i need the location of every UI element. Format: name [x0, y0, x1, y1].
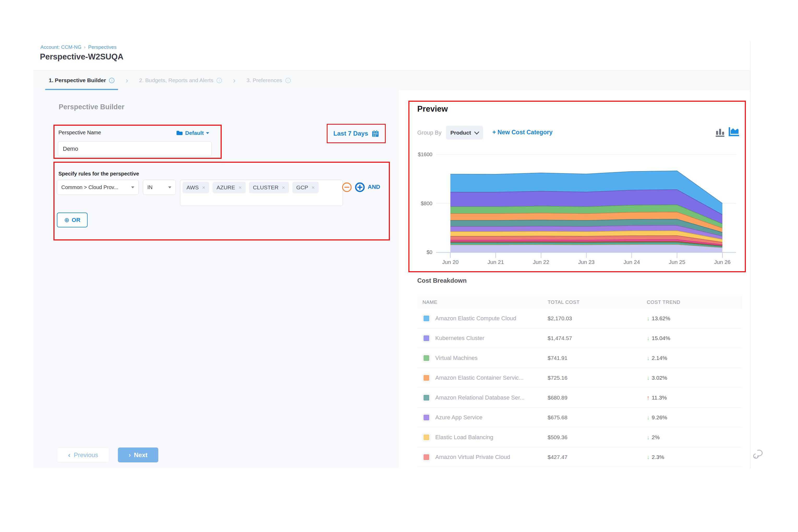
name-cell: Elastic Load Balancing — [422, 433, 548, 441]
table-row[interactable]: Elastic Load Balancing$509.36↓2% — [417, 428, 742, 447]
cost-trend-value: ↑11.3% — [647, 394, 742, 401]
remove-value-icon[interactable]: × — [282, 184, 285, 191]
breadcrumb: Account: CCM-NG › Perspectives — [40, 44, 117, 50]
remove-rule-icon[interactable] — [341, 182, 352, 194]
x-axis-label: Jun 20 — [442, 259, 458, 265]
service-name-link[interactable]: Kubernetes Cluster — [435, 335, 484, 342]
cost-trend-value: ↓2% — [647, 434, 742, 441]
and-operator-label[interactable]: AND — [368, 184, 380, 190]
name-cell: Amazon Relational Database Ser... — [422, 394, 548, 402]
tab-separator-chevron: › — [126, 76, 128, 85]
perspective-name-input[interactable] — [58, 141, 212, 156]
folder-selector[interactable]: Default — [176, 130, 209, 136]
y-axis-label: $1600 — [418, 152, 432, 157]
tab-separator-chevron: › — [233, 76, 235, 85]
rule-values-input[interactable]: AWS×AZURE×CLUSTER×GCP× — [180, 180, 343, 206]
cost-trend-value: ↓9.26% — [647, 414, 742, 421]
area-chart-icon[interactable] — [728, 126, 740, 138]
table-row[interactable]: Amazon Elastic Container Servic...$725.1… — [417, 368, 742, 388]
tab-perspective-builder[interactable]: 1. Perspective Builderi — [45, 71, 118, 90]
trend-percent: 9.26% — [652, 414, 667, 421]
remove-value-icon[interactable]: × — [312, 184, 315, 191]
cost-preview-chart[interactable]: $0$800$1600Jun 20Jun 21Jun 22Jun 23Jun 2… — [417, 146, 741, 269]
column-chart-icon[interactable] — [715, 127, 725, 138]
chat-bubbles-icon[interactable] — [753, 447, 766, 461]
trend-down-arrow-icon: ↓ — [647, 454, 650, 460]
info-icon[interactable]: i — [216, 78, 222, 83]
series-color-swatch — [422, 414, 430, 421]
chip-label: AZURE — [216, 184, 235, 191]
info-icon[interactable]: i — [109, 78, 114, 83]
trend-up-arrow-icon: ↑ — [647, 394, 650, 401]
group-by-dropdown[interactable]: Product — [446, 126, 483, 139]
x-axis-label: Jun 22 — [533, 259, 549, 265]
x-axis-label: Jun 23 — [578, 259, 594, 265]
next-button-label: Next — [134, 451, 147, 459]
name-cell: Azure App Service — [422, 414, 548, 421]
add-or-rule-button[interactable]: ⊕ OR — [57, 212, 88, 227]
cost-trend-value: ↓3.02% — [647, 375, 742, 381]
column-header-name: NAME — [422, 299, 548, 305]
group-by-value: Product — [450, 130, 471, 136]
cost-trend-value: ↓2.14% — [647, 355, 742, 361]
cost-trend-value: ↓15.04% — [647, 335, 742, 342]
add-rule-icon[interactable] — [355, 182, 365, 194]
info-icon[interactable]: i — [285, 78, 291, 83]
table-row[interactable]: Kubernetes Cluster$1,474.57↓15.04% — [417, 328, 742, 348]
chevron-left-icon: ‹ — [68, 451, 71, 459]
trend-percent: 11.3% — [652, 395, 667, 401]
previous-button[interactable]: ‹ Previous — [57, 448, 109, 462]
chevron-down-icon — [168, 187, 171, 188]
rule-operand-value: Common > Cloud Prov... — [61, 184, 118, 190]
trend-percent: 3.02% — [652, 375, 667, 381]
x-axis-label: Jun 26 — [714, 259, 730, 265]
total-cost-value: $1,474.57 — [548, 335, 647, 341]
cost-trend-value: ↓2.3% — [647, 454, 742, 460]
total-cost-value: $427.47 — [548, 454, 647, 460]
service-name-link[interactable]: Amazon Elastic Compute Cloud — [435, 315, 516, 322]
service-name-link[interactable]: Azure App Service — [435, 414, 482, 421]
table-row[interactable]: Amazon Virtual Private Cloud$427.47↓2.3% — [417, 447, 742, 467]
tab-budgets-reports-alerts[interactable]: 2. Budgets, Reports and Alertsi — [135, 71, 226, 90]
cost-breakdown-heading: Cost Breakdown — [417, 277, 467, 284]
breadcrumb-perspectives-link[interactable]: Perspectives — [88, 44, 117, 50]
service-name-link[interactable]: Amazon Relational Database Ser... — [435, 394, 525, 401]
trend-down-arrow-icon: ↓ — [647, 414, 650, 421]
column-header-total-cost: TOTAL COST — [548, 299, 647, 305]
trend-percent: 2.14% — [652, 355, 667, 361]
remove-value-icon[interactable]: × — [202, 184, 205, 191]
service-name-link[interactable]: Virtual Machines — [435, 355, 477, 361]
column-header-cost-trend: COST TREND — [647, 299, 742, 305]
table-row[interactable]: Azure App Service$675.68↓9.26% — [417, 407, 742, 428]
table-row[interactable]: Amazon Elastic Compute Cloud$2,170.03↓13… — [417, 308, 742, 328]
table-row[interactable]: Amazon Relational Database Ser...$680.89… — [417, 388, 742, 407]
service-name-link[interactable]: Amazon Elastic Container Servic... — [435, 375, 524, 381]
date-range-selector[interactable]: Last 7 Days — [327, 124, 386, 143]
tab-preferences[interactable]: 3. Preferencesi — [243, 71, 294, 90]
trend-down-arrow-icon: ↓ — [647, 375, 650, 381]
service-name-link[interactable]: Amazon Virtual Private Cloud — [435, 454, 510, 460]
rule-operand-dropdown[interactable]: Common > Cloud Prov... — [57, 180, 139, 195]
remove-value-icon[interactable]: × — [239, 184, 242, 191]
total-cost-value: $2,170.03 — [548, 315, 647, 322]
rule-value-chip: AZURE× — [212, 182, 245, 193]
new-cost-category-button[interactable]: + New Cost Category — [492, 129, 553, 136]
trend-down-arrow-icon: ↓ — [647, 355, 650, 361]
table-row[interactable]: Virtual Machines$741.91↓2.14% — [417, 348, 742, 368]
cost-breakdown-table: NAME TOTAL COST COST TREND Amazon Elasti… — [417, 296, 742, 467]
rule-operator-dropdown[interactable]: IN — [143, 180, 176, 195]
area-series-other-0 — [450, 245, 722, 252]
rule-operator-value: IN — [147, 184, 153, 190]
or-button-label: OR — [72, 217, 80, 224]
chevron-right-icon: › — [129, 451, 131, 459]
total-cost-value: $675.68 — [548, 414, 647, 421]
service-name-link[interactable]: Elastic Load Balancing — [435, 434, 493, 441]
content-right-border — [750, 41, 750, 468]
series-color-swatch — [422, 315, 430, 322]
breadcrumb-separator: › — [84, 44, 86, 50]
series-color-swatch — [422, 374, 430, 382]
breadcrumb-account-link[interactable]: Account: CCM-NG — [40, 44, 81, 50]
x-axis-label: Jun 24 — [624, 259, 640, 265]
next-button[interactable]: › Next — [118, 448, 158, 462]
cost-trend-value: ↓13.62% — [647, 315, 742, 322]
